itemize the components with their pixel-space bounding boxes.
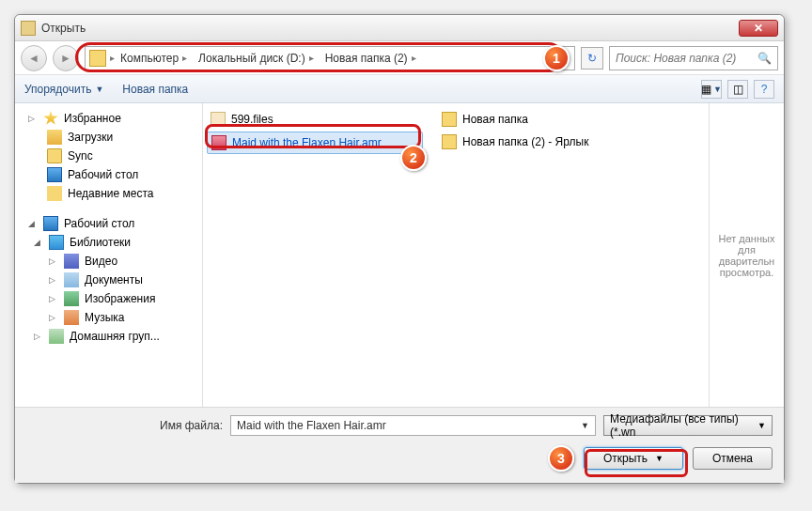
document-icon <box>64 272 79 287</box>
search-input[interactable] <box>616 52 757 65</box>
address-bar[interactable]: ▸ Компьютер▸ Локальный диск (D:)▸ Новая … <box>85 46 575 70</box>
badge-2: 2 <box>400 145 427 171</box>
cancel-button[interactable]: Отмена <box>693 447 773 470</box>
filetype-dropdown[interactable]: Медиафайлы (все типы) (*.wn▼ <box>603 415 773 436</box>
toolbar: Упорядочить▼ Новая папка ▦▼ ◫ ? <box>15 75 784 103</box>
file-item-shortcut[interactable]: Новая папка (2) - Ярлык <box>438 132 592 152</box>
close-button[interactable]: ✕ <box>739 20 778 37</box>
downloads-icon <box>47 130 62 145</box>
sidebar-pictures[interactable]: ▷Изображения <box>15 289 202 308</box>
music-icon <box>64 310 79 325</box>
sidebar-video[interactable]: ▷Видео <box>15 252 202 271</box>
sidebar-homegroup[interactable]: ▷Домашняя груп... <box>15 327 202 346</box>
file-item-selected[interactable]: Maid with the Flaxen Hair.amr <box>207 132 423 154</box>
sidebar-documents[interactable]: ▷Документы <box>15 271 202 289</box>
sidebar-desktop[interactable]: Рабочий стол <box>15 165 202 184</box>
sidebar-downloads[interactable]: Загрузки <box>15 128 202 147</box>
badge-3: 3 <box>548 445 574 472</box>
content-area: 599.files Maid with the Flaxen Hair.amr … <box>203 103 784 407</box>
back-button[interactable]: ◄ <box>21 45 47 71</box>
desktop-icon <box>43 216 58 231</box>
breadcrumb-computer[interactable]: Компьютер▸ <box>115 52 193 65</box>
sidebar-music[interactable]: ▷Музыка <box>15 308 202 327</box>
sidebar-libraries[interactable]: ◢Библиотеки <box>15 233 202 252</box>
file-icon <box>211 112 226 127</box>
forward-button[interactable]: ► <box>53 45 79 71</box>
footer: Имя файла: Maid with the Flaxen Hair.amr… <box>15 407 784 483</box>
view-button[interactable]: ▦▼ <box>701 80 722 99</box>
sidebar-recent[interactable]: Недавние места <box>15 184 202 203</box>
folder-icon <box>89 50 106 67</box>
filename-label: Имя файла: <box>26 419 223 432</box>
help-button[interactable]: ? <box>754 80 774 99</box>
preview-toggle[interactable]: ◫ <box>727 80 748 99</box>
sidebar-sync[interactable]: Sync <box>15 147 202 165</box>
breadcrumb-disk[interactable]: Локальный диск (D:)▸ <box>193 52 320 65</box>
refresh-button[interactable]: ↻ <box>581 47 603 70</box>
search-icon: 🔍 <box>757 52 772 65</box>
picture-icon <box>64 291 79 306</box>
file-list[interactable]: 599.files Maid with the Flaxen Hair.amr … <box>203 103 709 407</box>
breadcrumb-folder[interactable]: Новая папка (2)▸ <box>320 52 422 65</box>
folder-icon <box>442 112 457 127</box>
star-icon <box>43 111 58 126</box>
sidebar[interactable]: ▷Избранное Загрузки Sync Рабочий стол Не… <box>15 103 203 407</box>
file-item-599files[interactable]: 599.files <box>207 109 423 130</box>
newfolder-button[interactable]: Новая папка <box>122 83 188 96</box>
body: ▷Избранное Загрузки Sync Рабочий стол Не… <box>15 103 784 407</box>
sidebar-desktop2[interactable]: ◢Рабочий стол <box>15 214 202 233</box>
app-icon <box>21 21 36 36</box>
media-icon <box>211 135 226 150</box>
shortcut-icon <box>442 134 457 149</box>
homegroup-icon <box>49 329 64 344</box>
titlebar[interactable]: Открыть ✕ <box>15 15 784 41</box>
window-title: Открыть <box>41 22 739 35</box>
open-button[interactable]: Открыть▼ <box>584 447 683 470</box>
video-icon <box>64 254 79 269</box>
desktop-icon <box>47 167 62 182</box>
folder-icon <box>47 148 62 163</box>
sidebar-favorites[interactable]: ▷Избранное <box>15 109 202 128</box>
filename-input[interactable]: Maid with the Flaxen Hair.amr▼ <box>230 415 596 436</box>
preview-pane: Нет данных для дварительн просмотра. <box>709 103 784 407</box>
open-dialog: Открыть ✕ ◄ ► ▸ Компьютер▸ Локальный дис… <box>14 14 785 484</box>
file-item-newfolder[interactable]: Новая папка <box>438 109 592 130</box>
navbar: ◄ ► ▸ Компьютер▸ Локальный диск (D:)▸ Но… <box>15 41 784 75</box>
badge-1: 1 <box>543 45 570 71</box>
library-icon <box>49 235 64 250</box>
search-box[interactable]: 🔍 <box>609 46 778 70</box>
recent-icon <box>47 186 62 201</box>
organize-menu[interactable]: Упорядочить▼ <box>24 83 103 96</box>
